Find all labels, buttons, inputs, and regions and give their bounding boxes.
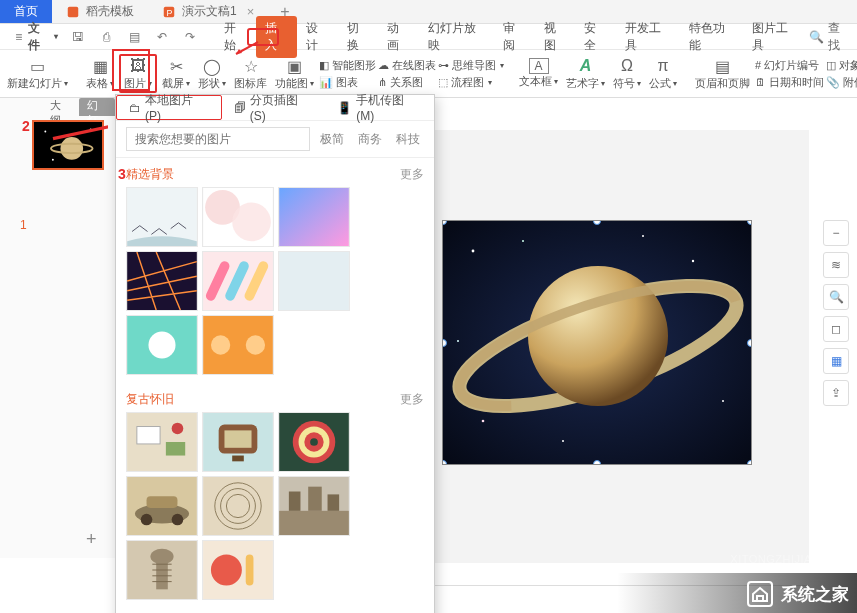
ribbon-tab-dev[interactable]: 开发工具 xyxy=(616,16,679,58)
symbol-button[interactable]: Ω符号▾ xyxy=(610,56,644,91)
svg-point-17 xyxy=(457,340,459,342)
bg-thumb[interactable] xyxy=(202,476,274,536)
bg-thumb[interactable] xyxy=(126,251,198,311)
bg-thumb[interactable] xyxy=(202,251,274,311)
smartart-button[interactable]: ◧智能图形 xyxy=(319,58,376,73)
search-button[interactable]: 🔍查找 xyxy=(809,20,852,54)
funcchart-icon: ▣ xyxy=(282,56,308,76)
ribbon-tab-insert[interactable]: 插入 xyxy=(256,16,297,58)
right-toolbar: − ≋ 🔍 ◻ ▦ ⇪ xyxy=(823,220,853,406)
bg-thumb[interactable] xyxy=(278,476,350,536)
crop-button[interactable]: ◻ xyxy=(823,316,849,342)
ribbon-tab-picturetools[interactable]: 图片工具 xyxy=(743,16,806,58)
attach-icon: 📎 xyxy=(826,76,840,89)
object-icon: ◫ xyxy=(826,59,836,72)
bg-thumb[interactable] xyxy=(202,315,274,375)
ribbon-tab-transition[interactable]: 切换 xyxy=(338,16,379,58)
more-retro[interactable]: 更多 xyxy=(400,391,424,408)
ribbon-tab-feature[interactable]: 特色功能 xyxy=(680,16,743,58)
bg-thumb[interactable] xyxy=(126,476,198,536)
share-button[interactable]: ⇪ xyxy=(823,380,849,406)
search-tag-minimal[interactable]: 极简 xyxy=(316,131,348,148)
qa-save[interactable]: 🖫 xyxy=(65,27,91,47)
svg-rect-55 xyxy=(203,477,273,535)
qa-preview[interactable]: ▤ xyxy=(121,27,147,47)
qa-redo[interactable]: ↷ xyxy=(177,27,203,47)
file-menu[interactable]: ≡文件▾ xyxy=(6,18,63,56)
iconlib-button[interactable]: ☆图标库 xyxy=(231,56,270,91)
object-button[interactable]: ◫对象 xyxy=(826,58,857,73)
ribbon-tab-slideshow[interactable]: 幻灯片放映 xyxy=(419,16,494,58)
selected-image[interactable] xyxy=(442,220,752,465)
resize-handle-ne[interactable] xyxy=(747,220,752,225)
ribbon-tab-view[interactable]: 视图 xyxy=(535,16,576,58)
bg-thumb[interactable] xyxy=(126,412,198,472)
phone-icon: 📱 xyxy=(337,101,352,115)
bg-thumb[interactable] xyxy=(202,412,274,472)
paged-image-option[interactable]: 🗐分页插图(S) xyxy=(222,95,326,120)
zoom-in-button[interactable]: 🔍 xyxy=(823,284,849,310)
table-button[interactable]: ▦表格▾ xyxy=(83,56,117,91)
undo-icon: ↶ xyxy=(154,29,170,45)
bg-thumb[interactable] xyxy=(126,540,198,600)
annotation-arrow-2 xyxy=(38,112,108,142)
qa-undo[interactable]: ↶ xyxy=(149,27,175,47)
ribbon-tab-design[interactable]: 设计 xyxy=(297,16,338,58)
textbox-button[interactable]: A文本框▾ xyxy=(516,58,561,89)
image-search-input[interactable] xyxy=(126,127,310,151)
phone-image-option[interactable]: 📱手机传图(M) xyxy=(325,95,434,120)
bg-thumb[interactable] xyxy=(278,187,350,247)
svg-point-11 xyxy=(522,240,524,242)
hash-icon: # xyxy=(755,59,761,71)
svg-point-8 xyxy=(52,159,54,161)
qrcode-button[interactable]: ▦ xyxy=(823,348,849,374)
section-title-retro: 复古怀旧 xyxy=(126,391,174,408)
bg-thumb[interactable] xyxy=(202,187,274,247)
qa-print[interactable]: ⎙ xyxy=(93,27,119,47)
local-image-option[interactable]: 🗀本地图片(P) xyxy=(116,95,222,120)
more-featured[interactable]: 更多 xyxy=(400,166,424,183)
ribbon-tab-review[interactable]: 审阅 xyxy=(494,16,535,58)
image-button[interactable]: 🖼图片▾ xyxy=(119,54,157,93)
tab-template[interactable]: 稻壳模板 xyxy=(52,0,148,23)
headerfooter-button[interactable]: ▤页眉和页脚 xyxy=(692,56,753,91)
formula-button[interactable]: π公式▾ xyxy=(646,56,680,91)
online-img-button[interactable]: ☁在线图表 xyxy=(378,58,436,73)
bg-thumb[interactable] xyxy=(278,251,350,311)
wordart-button[interactable]: A艺术字▾ xyxy=(563,56,608,91)
ribbon-tab-security[interactable]: 安全 xyxy=(575,16,616,58)
add-slide-button[interactable]: + xyxy=(86,529,97,550)
resize-handle-sw[interactable] xyxy=(442,460,447,465)
resize-handle-w[interactable] xyxy=(442,339,447,347)
svg-point-53 xyxy=(141,514,153,526)
resize-handle-e[interactable] xyxy=(747,339,752,347)
screenshot-button[interactable]: ✂截屏▾ xyxy=(159,56,193,91)
resize-handle-s[interactable] xyxy=(593,460,601,465)
redo-icon: ↷ xyxy=(182,29,198,45)
bg-thumb[interactable] xyxy=(278,412,350,472)
layers-button[interactable]: ≋ xyxy=(823,252,849,278)
slide-number: 1 xyxy=(20,218,27,232)
search-tag-business[interactable]: 商务 xyxy=(354,131,386,148)
relation-chart-button[interactable]: ⋔关系图 xyxy=(378,75,436,90)
funcchart-button[interactable]: ▣功能图▾ xyxy=(272,56,317,91)
flowchart-button[interactable]: ⬚流程图▾ xyxy=(438,75,504,90)
ribbon-tab-animation[interactable]: 动画 xyxy=(378,16,419,58)
search-tag-tech[interactable]: 科技 xyxy=(392,131,424,148)
mindmap-button[interactable]: ⊶思维导图▾ xyxy=(438,58,504,73)
menu-bar: ≡文件▾ 🖫 ⎙ ▤ ↶ ↷ 开始 插入 设计 切换 动画 幻灯片放映 审阅 视… xyxy=(0,24,857,50)
attach-button[interactable]: 📎附件 xyxy=(826,75,857,90)
shape-icon: ◯ xyxy=(199,56,225,76)
chart-button[interactable]: 📊图表 xyxy=(319,75,376,90)
bg-thumb[interactable] xyxy=(202,540,274,600)
new-slide-button[interactable]: ▭新建幻灯片▾ xyxy=(4,56,71,91)
shape-button[interactable]: ◯形状▾ xyxy=(195,56,229,91)
zoom-out-button[interactable]: − xyxy=(823,220,849,246)
resize-handle-se[interactable] xyxy=(747,460,752,465)
bg-thumb[interactable] xyxy=(126,315,198,375)
cloud-icon: ☁ xyxy=(378,59,389,72)
bg-thumb[interactable] xyxy=(126,187,198,247)
calendar-icon: 🗓 xyxy=(755,76,766,88)
datetime-button[interactable]: 🗓日期和时间 xyxy=(755,75,824,90)
slidenum-button[interactable]: #幻灯片编号 xyxy=(755,58,824,73)
